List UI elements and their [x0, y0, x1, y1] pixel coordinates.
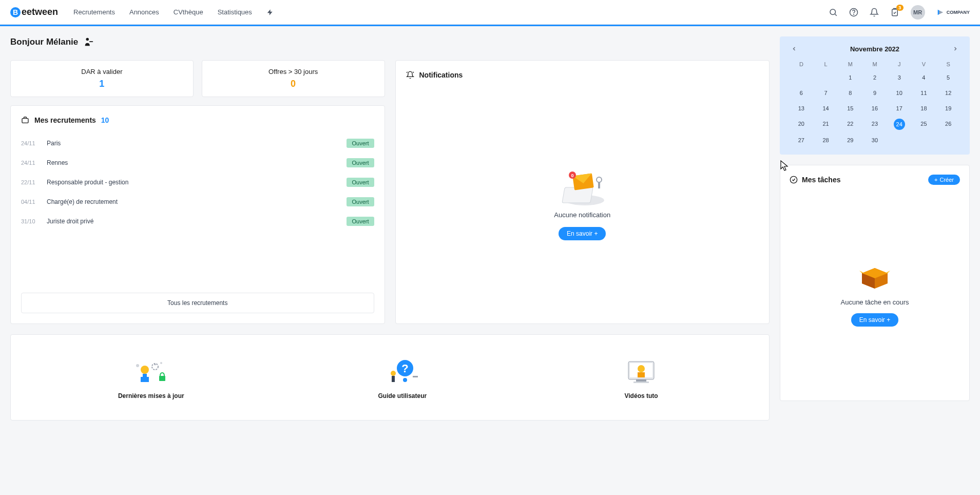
nav-statistiques[interactable]: Statistiques [218, 8, 252, 16]
recruitment-row[interactable]: 31/10 Juriste droit privé Ouvert [21, 212, 374, 231]
calendar-dow: V [912, 61, 936, 67]
notifications-learn-more-button[interactable]: En savoir + [559, 227, 606, 240]
calendar-day[interactable]: 3 [887, 72, 912, 83]
recruitment-date: 22/11 [21, 179, 47, 185]
calendar-day[interactable]: 7 [814, 88, 838, 98]
recruitment-title: Juriste droit privé [47, 218, 347, 225]
calendar-day[interactable]: 2 [862, 72, 887, 83]
tasks-learn-more-button[interactable]: En savoir + [851, 313, 898, 327]
search-icon[interactable] [829, 8, 838, 17]
calendar-day [912, 135, 936, 145]
calendar-day[interactable]: 22 [838, 119, 862, 130]
avatar[interactable]: MR [911, 5, 925, 20]
calendar-day[interactable]: 29 [838, 135, 862, 145]
notifications-header: Notifications [406, 71, 759, 79]
svg-point-30 [638, 365, 645, 372]
logo-text: eetween [22, 7, 58, 17]
calendar-day[interactable]: 21 [814, 119, 838, 130]
calendar-prev-button[interactable] [789, 44, 799, 54]
bell-icon[interactable] [870, 8, 879, 17]
calendar-day[interactable]: 27 [789, 135, 814, 145]
calendar-day[interactable]: 9 [862, 88, 887, 98]
calendar-day[interactable]: 30 [862, 135, 887, 145]
svg-rect-32 [636, 379, 646, 382]
recruitment-row[interactable]: 24/11 Rennes Ouvert [21, 153, 374, 173]
nav-recrutements[interactable]: Recrutements [73, 8, 115, 16]
svg-rect-16 [141, 377, 143, 382]
company-name: COMPANY [947, 10, 970, 15]
svg-point-20 [136, 364, 139, 367]
calendar-day[interactable]: 24 [887, 119, 912, 130]
calendar-day[interactable]: 19 [936, 103, 960, 113]
calendar-day[interactable]: 17 [887, 103, 912, 113]
calendar-day[interactable]: 20 [789, 119, 814, 130]
calendar-day[interactable]: 13 [789, 103, 814, 113]
clipboard-icon[interactable]: 3 [890, 8, 899, 17]
svg-point-24 [403, 378, 407, 382]
nav-cvtheque[interactable]: CVthèque [174, 8, 203, 16]
notifications-body: 0 Aucune notification En savoir + [406, 88, 759, 313]
resource-guide[interactable]: ? Guide utilisateur [378, 355, 427, 399]
svg-rect-27 [413, 376, 418, 377]
calendar-day[interactable]: 6 [789, 88, 814, 98]
calendar-day[interactable]: 28 [814, 135, 838, 145]
svg-rect-26 [392, 376, 395, 382]
calendar-day[interactable]: 18 [912, 103, 936, 113]
calendar-day [936, 135, 960, 145]
wave-icon [83, 36, 94, 48]
status-badge: Ouvert [347, 139, 374, 148]
recruitment-date: 04/11 [21, 199, 47, 205]
calendar-day[interactable]: 25 [912, 119, 936, 130]
notifications-card: Notifications 0 [395, 60, 770, 324]
tasks-card: Mes tâches + Créer Aucune [780, 165, 970, 401]
svg-rect-6 [22, 119, 28, 123]
stat-dar-card[interactable]: DAR à valider 1 [10, 60, 194, 97]
nav-annonces[interactable]: Annonces [129, 8, 159, 16]
status-badge: Ouvert [347, 158, 374, 167]
plus-icon: + [934, 177, 937, 183]
briefcase-icon [21, 116, 29, 124]
resource-videos[interactable]: Vidéos tuto [621, 355, 662, 399]
bolt-icon[interactable] [266, 8, 274, 16]
calendar-day[interactable]: 4 [912, 72, 936, 83]
create-task-label: Créer [939, 177, 954, 183]
calendar-dow: L [814, 61, 838, 67]
calendar-day[interactable]: 26 [936, 119, 960, 130]
calendar-day[interactable]: 15 [838, 103, 862, 113]
all-recruitments-link[interactable]: Tous les recrutements [21, 293, 374, 313]
calendar-next-button[interactable] [950, 44, 960, 54]
calendar-grid: DLMMJVS123456789101112131415161718192021… [789, 61, 960, 145]
recruitment-title: Responsable produit - gestion [47, 179, 347, 186]
bell-ring-icon [406, 71, 414, 79]
recruitments-header: Mes recrutements 10 [21, 116, 374, 124]
empty-notification-illustration: 0 [559, 162, 605, 203]
recruitment-row[interactable]: 04/11 Chargé(e) de recrutement Ouvert [21, 192, 374, 212]
status-badge: Ouvert [347, 217, 374, 226]
svg-point-34 [790, 176, 797, 183]
calendar-day[interactable]: 5 [936, 72, 960, 83]
check-circle-icon [790, 176, 798, 184]
company-logo[interactable]: COMPANY [936, 8, 970, 16]
svg-rect-13 [598, 182, 600, 188]
calendar-day[interactable]: 11 [912, 88, 936, 98]
resource-updates[interactable]: Dernières mises à jour [118, 355, 184, 399]
recruitment-date: 24/11 [21, 160, 47, 166]
calendar-day[interactable]: 1 [838, 72, 862, 83]
tasks-empty-text: Aucune tâche en cours [841, 298, 909, 306]
calendar-card: Novembre 2022 DLMMJVS1234567891011121314… [780, 36, 970, 155]
calendar-day[interactable]: 10 [887, 88, 912, 98]
resource-updates-label: Dernières mises à jour [118, 392, 184, 399]
calendar-day[interactable]: 14 [814, 103, 838, 113]
stat-offers-card[interactable]: Offres > 30 jours 0 [202, 60, 385, 97]
greeting-text: Bonjour Mélanie [10, 37, 78, 47]
logo[interactable]: Beetween [10, 7, 58, 17]
calendar-day[interactable]: 16 [862, 103, 887, 113]
calendar-day[interactable]: 23 [862, 119, 887, 130]
create-task-button[interactable]: + Créer [928, 175, 960, 185]
calendar-dow: M [862, 61, 887, 67]
calendar-day[interactable]: 12 [936, 88, 960, 98]
calendar-day[interactable]: 8 [838, 88, 862, 98]
help-icon[interactable] [849, 8, 858, 17]
recruitment-row[interactable]: 22/11 Responsable produit - gestion Ouve… [21, 173, 374, 192]
recruitment-row[interactable]: 24/11 Paris Ouvert [21, 134, 374, 153]
